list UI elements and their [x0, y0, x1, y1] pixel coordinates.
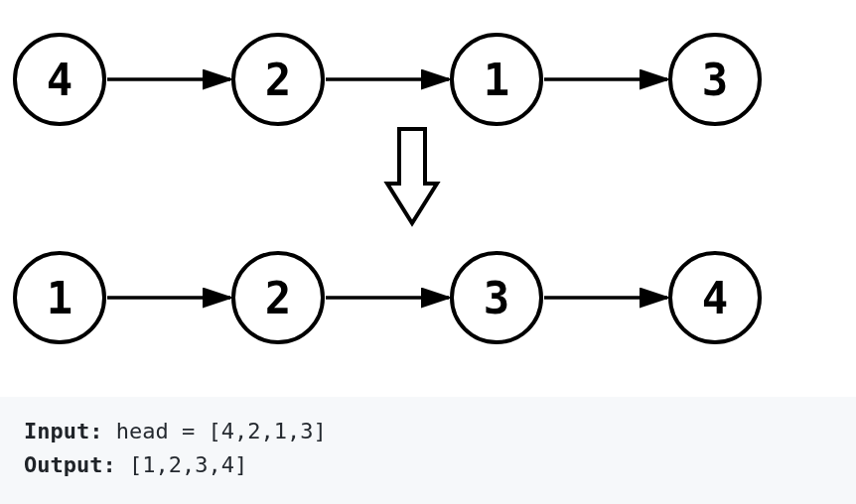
node-value: 2 [265, 273, 292, 323]
input-list-row: 4 2 1 3 [15, 35, 760, 124]
diagram-stage: 4 2 1 3 1 [0, 0, 856, 504]
node-value: 3 [702, 55, 729, 105]
node-value: 4 [702, 273, 729, 323]
list-node: 3 [670, 35, 760, 124]
node-value: 1 [484, 55, 510, 105]
list-node: 1 [452, 35, 541, 124]
list-node: 1 [15, 253, 104, 342]
list-node: 3 [452, 253, 541, 342]
input-value: head = [4,2,1,3] [102, 419, 326, 443]
input-row: Input: head = [4,2,1,3] [24, 415, 832, 448]
transform-arrow-icon [387, 129, 437, 223]
list-node: 2 [233, 35, 323, 124]
node-value: 4 [47, 55, 73, 105]
io-block: Input: head = [4,2,1,3] Output: [1,2,3,4… [0, 397, 856, 504]
output-list-row: 1 2 3 4 [15, 253, 760, 342]
node-value: 2 [265, 55, 292, 105]
output-label: Output: [24, 452, 116, 477]
node-value: 1 [47, 273, 73, 323]
node-value: 3 [484, 273, 510, 323]
list-node: 4 [15, 35, 104, 124]
output-value: [1,2,3,4] [116, 452, 247, 477]
input-label: Input: [24, 419, 102, 443]
list-node: 2 [233, 253, 323, 342]
output-row: Output: [1,2,3,4] [24, 448, 832, 482]
list-node: 4 [670, 253, 760, 342]
linked-list-svg: 4 2 1 3 1 [0, 0, 856, 397]
